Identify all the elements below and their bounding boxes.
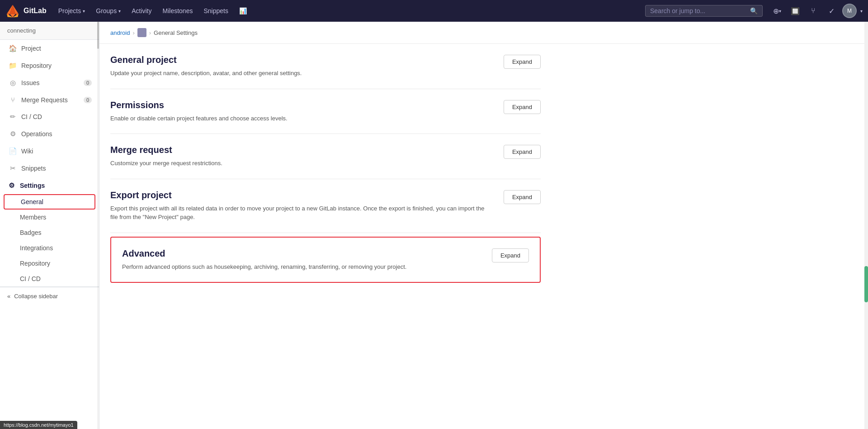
section-permissions-text: Permissions Enable or disable certain pr… [110,100,288,123]
chevron-down-icon: ▾ [118,9,121,14]
sidebar: connecting 🏠 Project 📁 Repository ◎ Issu… [0,22,99,429]
section-export-project-title: Export project [110,190,493,200]
issues-icon[interactable]: 🔲 [788,4,802,18]
section-export-project-header: Export project Export this project with … [110,190,541,222]
breadcrumb-avatar [137,28,146,37]
breadcrumb: android › › General Settings [99,22,868,44]
section-merge-request-desc: Customize your merge request restriction… [110,159,222,168]
sidebar-sub-repository[interactable]: Repository [0,256,99,271]
sidebar-item-wiki[interactable]: 📄 Wiki [0,143,99,160]
sidebar-item-operations[interactable]: ⚙ Operations [0,125,99,143]
collapse-sidebar-button[interactable]: « Collapse sidebar [0,287,99,305]
section-advanced-header: Advanced Perform advanced options such a… [122,248,529,272]
top-navbar: GitLab Projects ▾ Groups ▾ Activity Mile… [0,0,868,22]
sidebar-project-name: connecting [0,22,99,40]
search-bar[interactable]: 🔍 [645,5,763,17]
section-export-project: Export project Export this project with … [110,179,541,233]
nav-menu: Projects ▾ Groups ▾ Activity Milestones … [54,5,642,17]
section-permissions-title: Permissions [110,100,288,110]
sidebar-sub-badges[interactable]: Badges [0,225,99,240]
todo-icon[interactable]: ✓ [824,4,839,18]
section-general-project-desc: Update your project name, description, a… [110,69,302,78]
expand-advanced-button[interactable]: Expand [492,248,529,262]
nav-snippets[interactable]: Snippets [199,5,232,17]
expand-export-button[interactable]: Expand [504,190,541,204]
section-general-project-header: General project Update your project name… [110,55,541,78]
section-advanced-title: Advanced [122,248,406,259]
section-advanced-text: Advanced Perform advanced options such a… [122,248,406,272]
sidebar-item-settings[interactable]: ⚙ Settings [0,177,99,194]
sidebar-scrollbar [97,22,99,429]
gitlab-logo-icon [5,4,20,18]
merge-requests-badge: 0 [84,97,92,103]
expand-general-button[interactable]: Expand [504,55,541,69]
repository-icon: 📁 [9,62,17,70]
collapse-icon: « [7,293,10,300]
section-permissions: Permissions Enable or disable certain pr… [110,89,541,134]
sidebar-bottom: « Collapse sidebar [0,286,99,305]
user-avatar[interactable]: M [842,4,857,18]
nav-groups[interactable]: Groups ▾ [91,5,125,17]
search-icon: 🔍 [750,7,758,14]
section-general-project-text: General project Update your project name… [110,55,302,78]
section-merge-request-title: Merge request [110,145,222,155]
avatar-chevron-icon: ▾ [860,9,863,14]
sidebar-sub-general[interactable]: General [4,194,95,210]
expand-merge-request-button[interactable]: Expand [504,145,541,159]
wiki-icon: 📄 [9,147,17,155]
url-bar: https://blog.csdn.net/mytimayo1 [0,421,77,429]
sidebar-sub-cicd[interactable]: CI / CD [0,271,99,286]
snippets-icon: ✂ [9,164,17,172]
plus-button[interactable]: ⊕ ▾ [770,4,784,18]
nav-projects[interactable]: Projects ▾ [54,5,90,17]
section-general-project-title: General project [110,55,302,65]
sidebar-scroll-thumb [97,22,99,49]
cicd-icon: ✏ [9,113,17,121]
sidebar-item-merge-requests[interactable]: ⑂ Merge Requests 0 [0,91,99,108]
main-scrollbar-thumb [864,266,868,302]
merge-icon: ⑂ [9,96,17,104]
operations-icon: ⚙ [9,130,17,138]
section-advanced: Advanced Perform advanced options such a… [110,237,541,283]
section-merge-request-header: Merge request Customize your merge reque… [110,145,541,168]
main-scrollbar [864,22,868,429]
chevron-down-icon: ▾ [779,9,781,14]
sidebar-item-snippets[interactable]: ✂ Snippets [0,160,99,177]
issues-icon: ◎ [9,79,17,87]
main-layout: connecting 🏠 Project 📁 Repository ◎ Issu… [0,22,868,429]
breadcrumb-sep-1: › [132,29,134,36]
sidebar-item-issues[interactable]: ◎ Issues 0 [0,74,99,91]
section-merge-request-text: Merge request Customize your merge reque… [110,145,222,168]
breadcrumb-current: General Settings [154,29,198,36]
section-permissions-desc: Enable or disable certain project featur… [110,114,288,123]
sidebar-sub-members[interactable]: Members [0,210,99,225]
section-general-project: General project Update your project name… [110,44,541,89]
sidebar-item-cicd[interactable]: ✏ CI / CD [0,108,99,125]
sidebar-sub-integrations[interactable]: Integrations [0,240,99,256]
search-input[interactable] [650,7,750,14]
nav-milestones[interactable]: Milestones [158,5,198,17]
sidebar-item-project[interactable]: 🏠 Project [0,40,99,57]
section-merge-request: Merge request Customize your merge reque… [110,134,541,179]
breadcrumb-sep-2: › [149,29,151,36]
main-content: android › › General Settings General pro… [99,22,868,429]
expand-permissions-button[interactable]: Expand [504,100,541,114]
home-icon: 🏠 [9,44,17,52]
settings-container: General project Update your project name… [99,44,552,301]
chevron-down-icon: ▾ [83,9,85,14]
brand[interactable]: GitLab [5,4,47,18]
breadcrumb-android[interactable]: android [110,29,130,36]
issues-badge: 0 [84,80,92,86]
section-export-project-text: Export project Export this project with … [110,190,493,222]
merge-request-icon[interactable]: ⑂ [806,4,821,18]
section-export-project-desc: Export this project with all its related… [110,204,493,222]
settings-icon: ⚙ [7,181,15,190]
brand-label: GitLab [24,7,47,15]
nav-icons: ⊕ ▾ 🔲 ⑂ ✓ M ▾ [770,4,863,18]
nav-stats[interactable]: 📊 [235,5,251,17]
nav-activity[interactable]: Activity [127,5,156,17]
section-advanced-desc: Perform advanced options such as houseke… [122,262,406,272]
section-permissions-header: Permissions Enable or disable certain pr… [110,100,541,123]
sidebar-item-repository[interactable]: 📁 Repository [0,57,99,74]
